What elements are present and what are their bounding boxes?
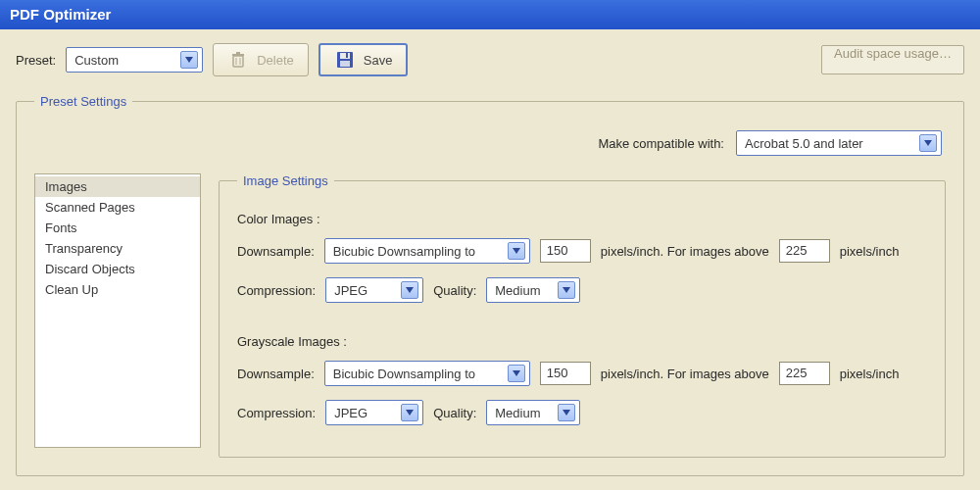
color-quality-select[interactable]: Medium <box>486 277 580 303</box>
trash-icon <box>227 49 249 71</box>
window-titlebar: PDF Optimizer <box>0 0 980 29</box>
image-settings-group: Image Settings Color Images : Downsample… <box>219 173 946 458</box>
gray-compression-label: Compression: <box>237 406 316 420</box>
svg-rect-0 <box>233 56 243 67</box>
color-above-input[interactable]: 225 <box>779 239 830 263</box>
delete-button-label: Delete <box>257 53 294 68</box>
floppy-disk-icon <box>334 49 356 71</box>
gray-ppi-input[interactable]: 150 <box>540 362 591 385</box>
preset-select-value: Custom <box>74 53 119 68</box>
compat-row: Make compatible with: Acrobat 5.0 and la… <box>34 130 942 156</box>
gray-downsample-label: Downsample: <box>237 367 315 381</box>
chevron-down-icon <box>180 51 198 69</box>
category-fonts[interactable]: Fonts <box>35 218 200 238</box>
dialog-body: Preset: Custom Delete <box>0 29 980 490</box>
color-downsample-select[interactable]: Bicubic Downsampling to <box>324 238 530 264</box>
chevron-down-icon <box>401 404 418 421</box>
gray-quality-value: Medium <box>495 406 540 420</box>
preset-select[interactable]: Custom <box>66 47 203 73</box>
gray-unit-label: pixels/inch <box>840 367 900 381</box>
color-downsample-value: Bicubic Downsampling to <box>333 244 475 259</box>
chevron-down-icon <box>558 281 575 299</box>
color-images-heading: Color Images : <box>237 212 927 226</box>
category-list[interactable]: Images Scanned Pages Fonts Transparency … <box>34 173 201 448</box>
gray-ppi-label: pixels/inch. For images above <box>601 367 769 381</box>
audit-space-label: Audit space usage… <box>834 46 952 61</box>
chevron-down-icon <box>401 281 418 299</box>
toolbar: Preset: Custom Delete <box>16 43 964 76</box>
gray-quality-label: Quality: <box>433 406 476 420</box>
preset-settings-legend: Preset Settings <box>34 94 132 109</box>
gray-compression-row: Compression: JPEG Quality: Medium <box>237 400 927 425</box>
category-images[interactable]: Images <box>35 176 200 197</box>
save-button[interactable]: Save <box>318 43 409 76</box>
category-discard-objects[interactable]: Discard Objects <box>35 259 200 279</box>
gray-downsample-row: Downsample: Bicubic Downsampling to 150 … <box>237 361 927 386</box>
compat-label: Make compatible with: <box>598 136 724 151</box>
compat-select[interactable]: Acrobat 5.0 and later <box>736 130 942 156</box>
category-transparency[interactable]: Transparency <box>35 238 200 259</box>
gray-images-heading: Grayscale Images : <box>237 334 927 349</box>
gray-above-input[interactable]: 225 <box>779 362 830 385</box>
lower-area: Images Scanned Pages Fonts Transparency … <box>34 173 946 458</box>
image-settings-legend: Image Settings <box>237 173 334 188</box>
color-ppi-input[interactable]: 150 <box>540 239 591 263</box>
color-ppi-label: pixels/inch. For images above <box>601 244 769 259</box>
svg-rect-6 <box>340 53 350 59</box>
svg-rect-2 <box>236 52 240 54</box>
category-scanned-pages[interactable]: Scanned Pages <box>35 197 200 218</box>
gray-downsample-value: Bicubic Downsampling to <box>333 367 475 381</box>
category-clean-up[interactable]: Clean Up <box>35 279 200 300</box>
gray-compression-select[interactable]: JPEG <box>325 400 423 425</box>
svg-rect-7 <box>346 53 348 58</box>
chevron-down-icon <box>919 134 937 152</box>
color-quality-value: Medium <box>495 283 540 298</box>
gray-quality-select[interactable]: Medium <box>486 400 580 425</box>
audit-space-button[interactable]: Audit space usage… <box>821 45 964 74</box>
color-downsample-label: Downsample: <box>237 244 315 259</box>
chevron-down-icon <box>508 365 525 382</box>
color-compression-row: Compression: JPEG Quality: Medium <box>237 277 927 303</box>
color-compression-select[interactable]: JPEG <box>325 277 423 303</box>
save-button-label: Save <box>364 53 393 68</box>
chevron-down-icon <box>558 404 575 421</box>
gray-downsample-select[interactable]: Bicubic Downsampling to <box>324 361 530 386</box>
preset-settings-group: Preset Settings Make compatible with: Ac… <box>16 94 964 476</box>
preset-label: Preset: <box>16 53 56 68</box>
gray-compression-value: JPEG <box>334 406 368 420</box>
window-title: PDF Optimizer <box>10 6 111 23</box>
color-downsample-row: Downsample: Bicubic Downsampling to 150 … <box>237 238 927 264</box>
delete-button: Delete <box>213 43 309 76</box>
color-unit-label: pixels/inch <box>840 244 900 259</box>
svg-rect-1 <box>232 54 244 56</box>
color-quality-label: Quality: <box>433 283 476 298</box>
color-compression-value: JPEG <box>334 283 368 298</box>
svg-rect-8 <box>340 61 350 67</box>
chevron-down-icon <box>508 242 525 260</box>
color-compression-label: Compression: <box>237 283 316 298</box>
compat-select-value: Acrobat 5.0 and later <box>745 136 863 151</box>
